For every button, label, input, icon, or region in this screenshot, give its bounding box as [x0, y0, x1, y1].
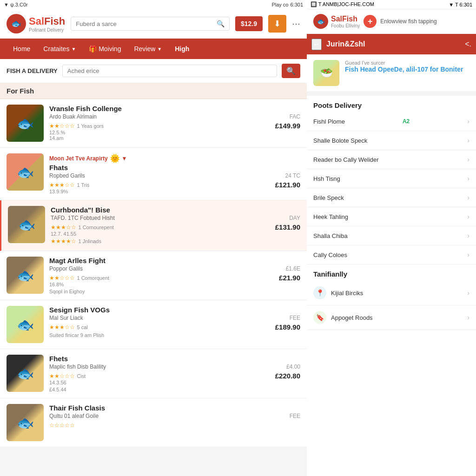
product-name[interactable]: Fish Head OpeeDe, alil-107 for Boniter — [345, 66, 469, 73]
product-label: Guead I've surcer — [345, 60, 469, 66]
delivery-item[interactable]: Hsh Tisng › — [307, 169, 476, 188]
listing-price: £131.90 — [275, 223, 300, 231]
listing-item[interactable]: 🐟 Fhets Maplic fish Disb Balility £4.00 … — [0, 349, 307, 398]
delivery-item[interactable]: Heek Tahling › — [307, 207, 476, 226]
time-text: 14.am — [49, 135, 300, 141]
rating-text: 1 Tris — [77, 182, 89, 188]
listing-subtitle: Qultu 01 aleaf Goile — [49, 413, 99, 419]
left-panel: ▼ ψ.3.C0r Play co 6:301 🐟 SalFish Polina… — [0, 0, 307, 476]
right-app-title: SalFish — [331, 15, 360, 23]
listing-image: 🐟 — [7, 404, 44, 441]
rating-stars: ★★★☆☆ — [49, 324, 75, 331]
share-button[interactable]: ⋯ — [292, 19, 300, 29]
listing-title: Vransle Fish Collenge — [49, 105, 300, 112]
search-input[interactable] — [67, 67, 272, 74]
listing-item[interactable]: 🐟 Thair Fish Clasis Qultu 01 aleaf Goile… — [0, 398, 307, 447]
delivery-item-label: Shalla Chiba — [313, 232, 348, 239]
sub-item-label: Kijial Birciks — [331, 290, 463, 297]
rating-pct: 12.5.% — [49, 130, 300, 135]
category-heading: For Fish — [0, 83, 307, 99]
plus-button[interactable]: + — [364, 15, 377, 28]
listing-price: £189.90 — [275, 323, 300, 331]
rating-text: 1 Yeas gors — [77, 123, 104, 129]
sub-items: 📍 Kijial Birciks › 🔖 Appoget Roods › — [307, 281, 476, 330]
listing-item[interactable]: 🐟 Curhbonda"! Bise TAFD. 1TC Fobtued His… — [0, 200, 307, 251]
listing-item[interactable]: 🐟 Vransle Fish Collenge Ardo Buak Alrima… — [0, 99, 307, 148]
search-input-wrapper[interactable] — [62, 65, 277, 77]
listing-title: Thair Fish Clasis — [49, 404, 300, 412]
listing-item[interactable]: 🐟 Moon Jet Tve Arapirty 🌞 ▼ Fhats Ropbed… — [0, 148, 307, 200]
sub-item[interactable]: 🔖 Appoget Roods › — [307, 305, 476, 330]
right-status-bar: 🔲 T ANMB|JOC-FHE.COM ▼ T 6:301 — [307, 0, 476, 9]
delivery-item[interactable]: Brile Speck › — [307, 188, 476, 207]
right-panel: 🔲 T ANMB|JOC-FHE.COM ▼ T 6:301 🐟 SalFish… — [307, 0, 476, 476]
app-title: SalFish — [29, 15, 65, 27]
extra-stars: ★★★★☆ — [51, 238, 76, 245]
chevron-right-icon: › — [467, 137, 469, 144]
chevron-right-icon: › — [467, 251, 469, 258]
time-label: 6:301 — [290, 2, 303, 7]
search-button[interactable]: 🔍 — [282, 64, 300, 78]
time-label: Suited finicar 9 am Plish — [49, 332, 300, 338]
nav-review[interactable]: Review ▼ — [127, 39, 168, 59]
right-brand-label: 🔲 T ANMB|JOC-FHE.COM — [311, 1, 374, 7]
back-button[interactable]: ← — [311, 39, 322, 50]
delivery-item[interactable]: Cally Coloes › — [307, 245, 476, 264]
location-icon: 📍 — [313, 286, 326, 299]
chevron-down-icon: ▼ — [71, 46, 76, 52]
listing-subtitle: Ropbed Garils — [49, 172, 85, 179]
right-header: 🐟 SalFish Foobu Elliviny + Enlowview fis… — [307, 9, 476, 34]
delivery-item[interactable]: Reader bo Cally Welider › — [307, 150, 476, 169]
delivery-item[interactable]: Shalle Bolote Speck › — [307, 131, 476, 150]
time-label: Sqopl in Eighoy — [49, 289, 300, 294]
nav-high[interactable]: High — [168, 39, 196, 59]
header-search[interactable]: 🔍 — [71, 17, 230, 31]
delivery-item-label: Brile Speck — [313, 194, 344, 201]
status-bar-left: ▼ ψ.3.C0r Play co 6:301 — [0, 0, 307, 9]
listing-title: Fhats — [49, 164, 300, 172]
listing-price: £220.80 — [275, 372, 300, 380]
rating-stars: ★★☆☆☆ — [49, 275, 75, 281]
tanifianlly-heading: Tanifianlly — [307, 264, 476, 281]
sub-item[interactable]: 📍 Kijial Birciks › — [307, 281, 476, 305]
logo: 🐟 SalFish Polinant Delivery — [7, 14, 65, 33]
cart-button[interactable]: ⬇ — [268, 15, 286, 33]
nav-home[interactable]: Home — [7, 39, 37, 59]
listing-image: 🐟 — [7, 355, 44, 392]
listing-subtitle: Poppor Galils — [49, 265, 83, 272]
nav-bar: Home Crataites ▼ 🎁 Moiving Review ▼ High — [0, 39, 307, 59]
listing-item[interactable]: 🐟 Sesign Fish VOGs Mal Sur Liack FEE ★★★… — [0, 300, 307, 349]
rating-pct: 12.7. 41.55 — [51, 231, 300, 237]
right-time: ▼ T 6:301 — [449, 2, 472, 7]
delivery-item[interactable]: Fishl Plome A2 › — [307, 112, 476, 131]
listing-code: FAC — [290, 113, 300, 120]
chevron-right-icon: › — [467, 232, 469, 239]
product-image: 🥗 — [313, 60, 339, 86]
listing-subtitle: Maplic fish Disb Balility — [49, 364, 106, 370]
rating-pct: 14.3.56 — [49, 380, 300, 385]
play-label: Play co — [271, 2, 288, 7]
chevron-right-icon: › — [467, 156, 469, 163]
header-search-input[interactable] — [76, 20, 214, 27]
listing-title: Curhbonda"! Bise — [51, 206, 300, 214]
listing-item[interactable]: 🐟 Magt Arlles Fight Poppor Galils £1.6E … — [0, 251, 307, 300]
chevron-down-icon: ▼ — [157, 46, 162, 52]
promo-tag: Moon Jet Tve Arapirty 🌞 ▼ — [49, 153, 300, 164]
listing-price: £149.99 — [275, 122, 300, 130]
delivery-item-label: Reader bo Cally Welider — [313, 156, 379, 163]
listing-image: 🐟 — [7, 153, 44, 191]
signal-icon: ▼ ψ.3.C0r — [4, 2, 28, 7]
listing-subtitle: Mal Sur Liack — [49, 315, 83, 321]
rating-stars: ★★★☆☆ — [49, 182, 75, 188]
listing-title: Magt Arlles Fight — [49, 257, 300, 264]
delivery-item-label: Hsh Tisng — [313, 175, 340, 182]
nav-moiving[interactable]: 🎁 Moiving — [82, 39, 127, 59]
right-share-button[interactable]: <. — [465, 40, 471, 48]
right-tagline: Enlowview fish tapping — [380, 18, 469, 25]
nav-crataites[interactable]: Crataites ▼ — [37, 39, 82, 59]
chevron-right-icon: › — [467, 175, 469, 182]
listing-subtitle: TAFD. 1TC Fobtued Hisht — [51, 215, 115, 221]
time-label: £4.5.44 — [49, 387, 300, 392]
delivery-item[interactable]: Shalla Chiba › — [307, 226, 476, 245]
rating-pct: 13.9.9% — [49, 189, 300, 194]
